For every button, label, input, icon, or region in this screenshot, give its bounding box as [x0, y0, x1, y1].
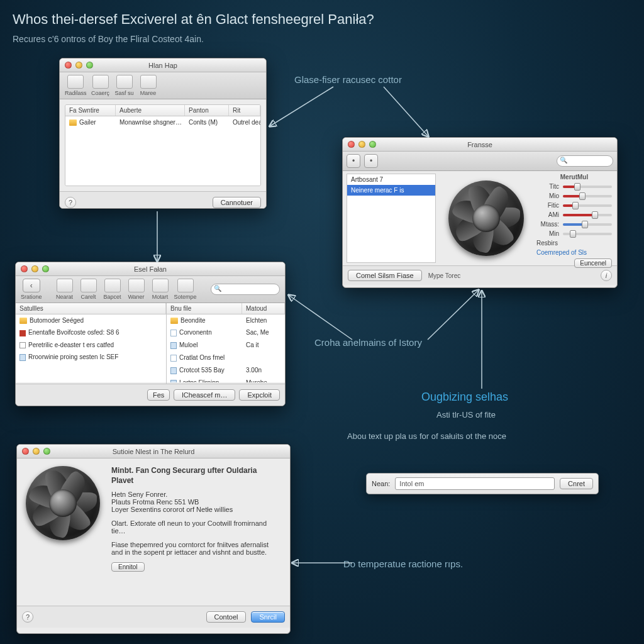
col-header[interactable]: Panton: [185, 105, 229, 116]
zoom-icon[interactable]: [86, 62, 93, 69]
footer: Fes lCheascef m… Expcloit: [16, 384, 285, 406]
slider-knob[interactable]: [579, 192, 586, 200]
dialog-line: Plauts Frotma Renc 551 WB: [111, 498, 281, 506]
resubirs-label: Resbirs: [536, 238, 612, 247]
slider[interactable]: [563, 204, 612, 207]
fan-icon: [26, 466, 100, 540]
col-header[interactable]: Rit: [229, 105, 260, 116]
toolbar-button[interactable]: Carelt: [79, 279, 99, 300]
list-item[interactable]: Neinere merac F is: [347, 185, 435, 196]
list-item[interactable]: Rroorwinie proing sesten Ic SEF: [16, 351, 166, 364]
zoom-icon[interactable]: [369, 141, 376, 148]
minimize-icon[interactable]: [358, 141, 365, 148]
coemreped-link[interactable]: Coemreped of Sls: [536, 247, 612, 256]
search-input[interactable]: [211, 284, 280, 295]
comel-button[interactable]: Comel Silsm Fiase: [348, 270, 422, 281]
traffic-lights[interactable]: [22, 448, 50, 455]
slider-row: Mtass:: [536, 219, 612, 229]
help-button[interactable]: ?: [65, 197, 76, 208]
slider[interactable]: [563, 186, 612, 188]
back-button[interactable]: ‹: [23, 279, 40, 292]
toolbar-button[interactable]: Coaerç: [91, 75, 111, 96]
col-header[interactable]: Auberte: [116, 105, 185, 116]
list-item[interactable]: Crotcot 535 Bay3.00n: [167, 364, 285, 377]
toolbar-icon: [140, 75, 157, 89]
col-header[interactable]: Matoud: [242, 303, 285, 314]
ennitol-button[interactable]: Ennitol: [111, 562, 145, 572]
toolbar: • •: [343, 152, 617, 171]
minimize-icon[interactable]: [75, 62, 82, 69]
checkbox-icon[interactable]: [19, 342, 26, 348]
slider-label: Min: [536, 230, 559, 237]
zoom-icon[interactable]: [43, 448, 50, 455]
list-item[interactable]: Enentafle Bvoifcoste osfed: S8 6: [16, 326, 166, 338]
slider[interactable]: [563, 195, 612, 197]
window-title: Sutioie Nlest in The Relurd: [113, 448, 195, 455]
slider-knob[interactable]: [574, 183, 580, 191]
table-row[interactable]: Gailer Monawnlse shsgner… Conlts (M) Out…: [65, 116, 260, 128]
search-input[interactable]: [557, 155, 613, 167]
toolbar-button[interactable]: Maree: [138, 75, 158, 96]
toolbar-button[interactable]: Waner: [126, 279, 147, 300]
toolbar-icon: [92, 75, 109, 89]
fes-button[interactable]: Fes: [147, 389, 170, 401]
forward-button[interactable]: •: [364, 154, 378, 168]
minimize-icon[interactable]: [33, 448, 40, 455]
back-button[interactable]: •: [347, 154, 360, 168]
continue-button[interactable]: Cannotuer: [213, 197, 261, 208]
cancel-button[interactable]: Cnret: [560, 478, 593, 489]
slider[interactable]: [563, 214, 612, 216]
toolbar-button[interactable]: Motart: [150, 279, 170, 300]
name-input[interactable]: [395, 477, 555, 490]
toolbar-button[interactable]: Radilass: [65, 75, 87, 96]
slider[interactable]: [563, 233, 612, 235]
checase-button[interactable]: lCheascef m…: [174, 389, 235, 401]
folder-icon: [19, 318, 27, 324]
window-fan: Fransse • • Artbosant 7 Neinere merac F …: [342, 137, 618, 288]
close-icon[interactable]: [22, 448, 29, 455]
callout-label-2: Croha anelmains of Istory: [314, 337, 422, 348]
info-button[interactable]: i: [601, 270, 612, 281]
col-header[interactable]: Bnu file: [167, 303, 242, 314]
col-header[interactable]: Fa Swntire: [65, 105, 116, 116]
list-item[interactable]: Lartns FlirninpMurehe: [167, 377, 285, 382]
list-item[interactable]: Peretrilic e-deaster t ers catfed: [16, 339, 166, 351]
cancel-button[interactable]: Contoel: [206, 611, 247, 623]
toolbar-button[interactable]: Sotempe: [174, 279, 197, 300]
toolbar-icon: [57, 279, 73, 292]
slider-row: Titc: [536, 182, 612, 191]
titlebar: Fransse: [343, 138, 617, 152]
traffic-lights[interactable]: [21, 265, 49, 272]
list-item[interactable]: MuloelCa it: [167, 339, 285, 352]
minimize-icon[interactable]: [31, 265, 38, 272]
close-icon[interactable]: [21, 265, 28, 272]
slider-knob[interactable]: [582, 221, 588, 228]
ok-button[interactable]: Snrcil: [251, 611, 285, 623]
slider-knob[interactable]: [570, 230, 576, 238]
expcloit-button[interactable]: Expcloit: [239, 389, 280, 401]
toolbar-icon: [152, 279, 169, 292]
list-item[interactable]: Cratlat Ons fmel: [167, 352, 285, 364]
traffic-lights[interactable]: [348, 141, 376, 148]
toolbar-button[interactable]: Bapcet: [103, 279, 123, 300]
zoom-icon[interactable]: [42, 265, 49, 272]
list-item[interactable]: BeonditeElchten: [167, 314, 285, 326]
slider[interactable]: [563, 223, 612, 226]
slider-row: Mio: [536, 191, 612, 201]
traffic-lights[interactable]: [65, 62, 93, 69]
close-icon[interactable]: [348, 141, 355, 148]
list-item[interactable]: CorvonentnSac, Me: [167, 326, 285, 339]
help-button[interactable]: ?: [22, 611, 33, 623]
close-icon[interactable]: [65, 62, 72, 69]
euncenel-button[interactable]: Euncenel: [574, 258, 612, 268]
col-header[interactable]: Satullles: [16, 303, 166, 314]
dialog-heading: Minbt. Fan Cong Securarg ufter Ouldaria …: [111, 466, 281, 486]
page-icon: [170, 380, 177, 382]
toolbar-button[interactable]: Sasf su: [114, 75, 135, 96]
slider-knob[interactable]: [592, 211, 598, 219]
list-item[interactable]: Butomoder Seéged: [16, 314, 166, 326]
list-item[interactable]: Artbosant 7: [347, 174, 435, 185]
table-body: Gailer Monawnlse shsgner… Conlts (M) Out…: [65, 116, 260, 186]
toolbar-button[interactable]: Nearat: [55, 279, 75, 300]
slider-knob[interactable]: [572, 202, 579, 209]
